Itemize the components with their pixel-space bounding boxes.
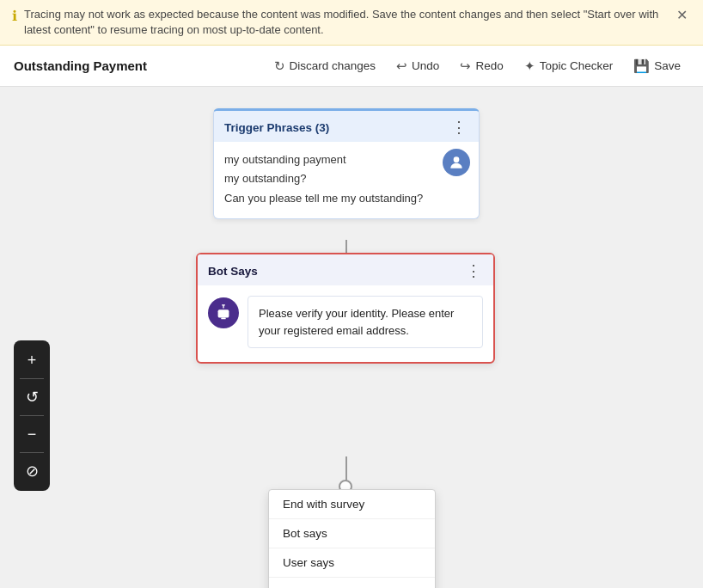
topic-checker-button[interactable]: ✦ Topic Checker: [516, 53, 622, 79]
add-node-dropdown: End with survey Bot says User says Escal…: [268, 489, 436, 588]
zoom-reset-button[interactable]: ↺: [16, 383, 47, 412]
svg-rect-4: [221, 318, 226, 320]
trigger-phrases-node: Trigger Phrases (3) ⋮ my outstanding pay…: [213, 108, 480, 218]
trigger-phrase-2: my outstanding?: [224, 169, 468, 188]
dropdown-item-user-says[interactable]: User says: [269, 548, 435, 578]
dropdown-item-end-survey[interactable]: End with survey: [269, 490, 435, 519]
dropdown-item-escalate[interactable]: Escalate: [269, 578, 435, 588]
trigger-node-menu-button[interactable]: ⋮: [449, 119, 468, 135]
zoom-divider-1: [20, 378, 44, 379]
page-title: Outstanding Payment: [14, 58, 147, 73]
discard-changes-button[interactable]: ↻ Discard changes: [266, 53, 385, 79]
trigger-phrase-1: my outstanding payment: [224, 150, 468, 169]
trigger-node-body: my outstanding payment my outstanding? C…: [214, 142, 479, 217]
svg-point-0: [454, 157, 460, 163]
dropdown-item-bot-says[interactable]: Bot says: [269, 519, 435, 548]
trigger-node-header: Trigger Phrases (3) ⋮: [214, 111, 479, 142]
bot-says-node: Bot Says ⋮ Please verify your identity. …: [196, 253, 495, 364]
warning-text: Tracing may not work as expected because…: [24, 7, 666, 38]
bot-node-menu-button[interactable]: ⋮: [464, 263, 483, 279]
discard-icon: ↻: [274, 58, 285, 74]
undo-label: Undo: [412, 59, 439, 72]
redo-label: Redo: [475, 59, 503, 72]
redo-button[interactable]: ↪ Redo: [451, 53, 511, 79]
trigger-phrase-3: Can you please tell me my outstanding?: [224, 189, 468, 208]
save-icon: 💾: [633, 58, 650, 74]
warning-close-button[interactable]: ✕: [673, 7, 691, 23]
zoom-controls: + ↺ − ⊘: [14, 340, 50, 491]
topic-checker-icon: ✦: [524, 58, 535, 74]
save-button[interactable]: 💾 Save: [625, 53, 689, 79]
zoom-in-button[interactable]: +: [16, 346, 47, 375]
trigger-node-title: Trigger Phrases (3): [224, 121, 329, 134]
warning-icon: ℹ: [12, 8, 17, 24]
bot-node-title: Bot Says: [208, 265, 258, 278]
zoom-out-button[interactable]: −: [16, 420, 47, 449]
svg-point-3: [224, 313, 227, 315]
zoom-noentry-button[interactable]: ⊘: [16, 456, 47, 486]
save-label: Save: [654, 59, 681, 72]
undo-button[interactable]: ↩ Undo: [388, 53, 448, 79]
canvas: Trigger Phrases (3) ⋮ my outstanding pay…: [0, 87, 703, 588]
redo-icon: ↪: [460, 58, 471, 74]
bot-node-header: Bot Says ⋮: [198, 254, 493, 285]
svg-rect-1: [218, 310, 229, 318]
discard-label: Discard changes: [290, 59, 376, 72]
bot-node-body: Please verify your identity. Please ente…: [198, 285, 493, 362]
svg-point-2: [220, 313, 223, 315]
bot-message: Please verify your identity. Please ente…: [248, 296, 483, 348]
bot-avatar: [208, 297, 239, 328]
undo-icon: ↩: [396, 58, 407, 74]
zoom-divider-3: [20, 452, 44, 453]
warning-banner: ℹ Tracing may not work as expected becau…: [0, 0, 703, 46]
connector-line-2: [345, 456, 347, 482]
toolbar: Outstanding Payment ↻ Discard changes ↩ …: [0, 46, 703, 87]
topic-checker-label: Topic Checker: [540, 59, 614, 72]
zoom-divider-2: [20, 415, 44, 416]
trigger-phrases-list: my outstanding payment my outstanding? C…: [224, 150, 468, 207]
